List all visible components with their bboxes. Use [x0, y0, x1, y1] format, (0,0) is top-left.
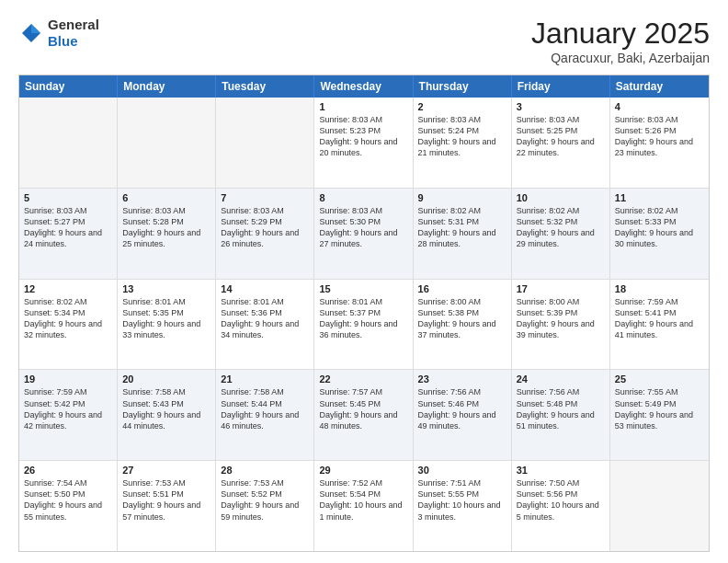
day-cell: 29Sunrise: 7:52 AM Sunset: 5:54 PM Dayli…: [314, 461, 413, 551]
logo-blue: Blue: [48, 33, 78, 49]
page: General Blue January 2025 Qaracuxur, Bak…: [0, 0, 728, 563]
day-cell: 27Sunrise: 7:53 AM Sunset: 5:51 PM Dayli…: [118, 461, 216, 551]
day-number: 21: [221, 373, 309, 385]
day-number: 6: [122, 192, 210, 203]
day-number: 5: [24, 192, 112, 203]
day-cell: 14Sunrise: 8:01 AM Sunset: 5:36 PM Dayli…: [216, 280, 314, 370]
day-number: 29: [319, 465, 407, 476]
day-number: 18: [615, 283, 704, 294]
weekday-header: Friday: [512, 75, 610, 98]
day-number: 14: [221, 283, 309, 294]
logo-general: General: [48, 17, 99, 32]
day-cell: 4Sunrise: 8:03 AM Sunset: 5:26 PM Daylig…: [610, 98, 709, 188]
empty-cell: [118, 98, 216, 188]
day-cell: 26Sunrise: 7:54 AM Sunset: 5:50 PM Dayli…: [19, 461, 118, 551]
cell-info: Sunrise: 7:59 AM Sunset: 5:41 PM Dayligh…: [615, 296, 704, 341]
cell-info: Sunrise: 8:03 AM Sunset: 5:23 PM Dayligh…: [319, 114, 407, 159]
day-number: 31: [517, 465, 605, 476]
day-number: 13: [122, 283, 210, 294]
day-cell: 18Sunrise: 7:59 AM Sunset: 5:41 PM Dayli…: [610, 280, 709, 370]
calendar-body: 1Sunrise: 8:03 AM Sunset: 5:23 PM Daylig…: [19, 98, 709, 551]
cell-info: Sunrise: 8:01 AM Sunset: 5:35 PM Dayligh…: [122, 296, 210, 341]
day-cell: 9Sunrise: 8:02 AM Sunset: 5:31 PM Daylig…: [414, 189, 512, 279]
calendar: SundayMondayTuesdayWednesdayThursdayFrid…: [18, 75, 710, 552]
cell-info: Sunrise: 7:56 AM Sunset: 5:48 PM Dayligh…: [517, 386, 605, 431]
day-cell: 10Sunrise: 8:02 AM Sunset: 5:32 PM Dayli…: [512, 189, 610, 279]
day-number: 17: [517, 283, 605, 294]
day-number: 20: [122, 373, 210, 385]
day-cell: 8Sunrise: 8:03 AM Sunset: 5:30 PM Daylig…: [314, 189, 413, 279]
title-block: January 2025 Qaracuxur, Baki, Azerbaijan: [531, 17, 710, 65]
day-cell: 28Sunrise: 7:53 AM Sunset: 5:52 PM Dayli…: [216, 461, 314, 551]
calendar-row: 19Sunrise: 7:59 AM Sunset: 5:42 PM Dayli…: [19, 370, 709, 461]
day-cell: 17Sunrise: 8:00 AM Sunset: 5:39 PM Dayli…: [512, 280, 610, 370]
day-cell: 6Sunrise: 8:03 AM Sunset: 5:28 PM Daylig…: [118, 189, 216, 279]
cell-info: Sunrise: 8:03 AM Sunset: 5:25 PM Dayligh…: [517, 114, 605, 159]
day-number: 8: [319, 192, 407, 203]
day-number: 16: [418, 283, 506, 294]
weekday-header: Saturday: [610, 75, 709, 98]
day-cell: 3Sunrise: 8:03 AM Sunset: 5:25 PM Daylig…: [512, 98, 610, 188]
day-number: 26: [24, 465, 112, 476]
day-cell: 5Sunrise: 8:03 AM Sunset: 5:27 PM Daylig…: [19, 189, 118, 279]
day-cell: 19Sunrise: 7:59 AM Sunset: 5:42 PM Dayli…: [19, 370, 118, 460]
day-number: 23: [418, 373, 506, 385]
day-cell: 23Sunrise: 7:56 AM Sunset: 5:46 PM Dayli…: [414, 370, 512, 460]
day-number: 27: [122, 465, 210, 476]
cell-info: Sunrise: 7:50 AM Sunset: 5:56 PM Dayligh…: [517, 477, 605, 523]
cell-info: Sunrise: 7:59 AM Sunset: 5:42 PM Dayligh…: [24, 386, 112, 431]
empty-cell: [19, 98, 118, 188]
day-cell: 20Sunrise: 7:58 AM Sunset: 5:43 PM Dayli…: [118, 370, 216, 460]
cell-info: Sunrise: 8:01 AM Sunset: 5:37 PM Dayligh…: [319, 296, 407, 341]
calendar-row: 26Sunrise: 7:54 AM Sunset: 5:50 PM Dayli…: [19, 461, 709, 551]
day-number: 25: [615, 373, 704, 385]
calendar-row: 5Sunrise: 8:03 AM Sunset: 5:27 PM Daylig…: [19, 189, 709, 280]
logo: General Blue: [18, 17, 99, 50]
empty-cell: [216, 98, 314, 188]
logo-icon: [18, 20, 44, 46]
cell-info: Sunrise: 7:57 AM Sunset: 5:45 PM Dayligh…: [319, 386, 407, 431]
cell-info: Sunrise: 8:00 AM Sunset: 5:38 PM Dayligh…: [418, 296, 506, 341]
calendar-row: 12Sunrise: 8:02 AM Sunset: 5:34 PM Dayli…: [19, 280, 709, 371]
cell-info: Sunrise: 8:02 AM Sunset: 5:33 PM Dayligh…: [615, 205, 704, 250]
day-number: 24: [517, 373, 605, 385]
weekday-header: Thursday: [414, 75, 512, 98]
day-cell: 30Sunrise: 7:51 AM Sunset: 5:55 PM Dayli…: [414, 461, 512, 551]
calendar-header: SundayMondayTuesdayWednesdayThursdayFrid…: [19, 75, 709, 98]
day-number: 12: [24, 283, 112, 294]
day-cell: 31Sunrise: 7:50 AM Sunset: 5:56 PM Dayli…: [512, 461, 610, 551]
day-cell: 25Sunrise: 7:55 AM Sunset: 5:49 PM Dayli…: [610, 370, 709, 460]
calendar-row: 1Sunrise: 8:03 AM Sunset: 5:23 PM Daylig…: [19, 98, 709, 189]
day-number: 7: [221, 192, 309, 203]
day-cell: 16Sunrise: 8:00 AM Sunset: 5:38 PM Dayli…: [414, 280, 512, 370]
cell-info: Sunrise: 8:02 AM Sunset: 5:32 PM Dayligh…: [517, 205, 605, 250]
weekday-header: Tuesday: [216, 75, 314, 98]
cell-info: Sunrise: 8:03 AM Sunset: 5:27 PM Dayligh…: [24, 205, 112, 250]
cell-info: Sunrise: 7:58 AM Sunset: 5:44 PM Dayligh…: [221, 386, 309, 431]
day-number: 19: [24, 373, 112, 385]
day-number: 4: [615, 101, 704, 112]
day-number: 30: [418, 465, 506, 476]
weekday-header: Wednesday: [314, 75, 413, 98]
day-cell: 1Sunrise: 8:03 AM Sunset: 5:23 PM Daylig…: [314, 98, 413, 188]
cell-info: Sunrise: 7:55 AM Sunset: 5:49 PM Dayligh…: [615, 386, 704, 431]
day-number: 3: [517, 101, 605, 112]
cell-info: Sunrise: 7:52 AM Sunset: 5:54 PM Dayligh…: [319, 477, 407, 523]
location: Qaracuxur, Baki, Azerbaijan: [531, 51, 710, 65]
cell-info: Sunrise: 7:53 AM Sunset: 5:51 PM Dayligh…: [122, 477, 210, 523]
weekday-header: Sunday: [19, 75, 118, 98]
day-number: 2: [418, 101, 506, 112]
cell-info: Sunrise: 7:54 AM Sunset: 5:50 PM Dayligh…: [24, 477, 112, 523]
cell-info: Sunrise: 8:03 AM Sunset: 5:28 PM Dayligh…: [122, 205, 210, 250]
day-cell: 11Sunrise: 8:02 AM Sunset: 5:33 PM Dayli…: [610, 189, 709, 279]
cell-info: Sunrise: 8:03 AM Sunset: 5:30 PM Dayligh…: [319, 205, 407, 250]
day-cell: 7Sunrise: 8:03 AM Sunset: 5:29 PM Daylig…: [216, 189, 314, 279]
day-number: 22: [319, 373, 407, 385]
day-cell: 2Sunrise: 8:03 AM Sunset: 5:24 PM Daylig…: [414, 98, 512, 188]
cell-info: Sunrise: 8:03 AM Sunset: 5:29 PM Dayligh…: [221, 205, 309, 250]
day-cell: 12Sunrise: 8:02 AM Sunset: 5:34 PM Dayli…: [19, 280, 118, 370]
day-number: 11: [615, 192, 704, 203]
svg-marker-1: [31, 24, 40, 33]
cell-info: Sunrise: 7:56 AM Sunset: 5:46 PM Dayligh…: [418, 386, 506, 431]
cell-info: Sunrise: 7:58 AM Sunset: 5:43 PM Dayligh…: [122, 386, 210, 431]
